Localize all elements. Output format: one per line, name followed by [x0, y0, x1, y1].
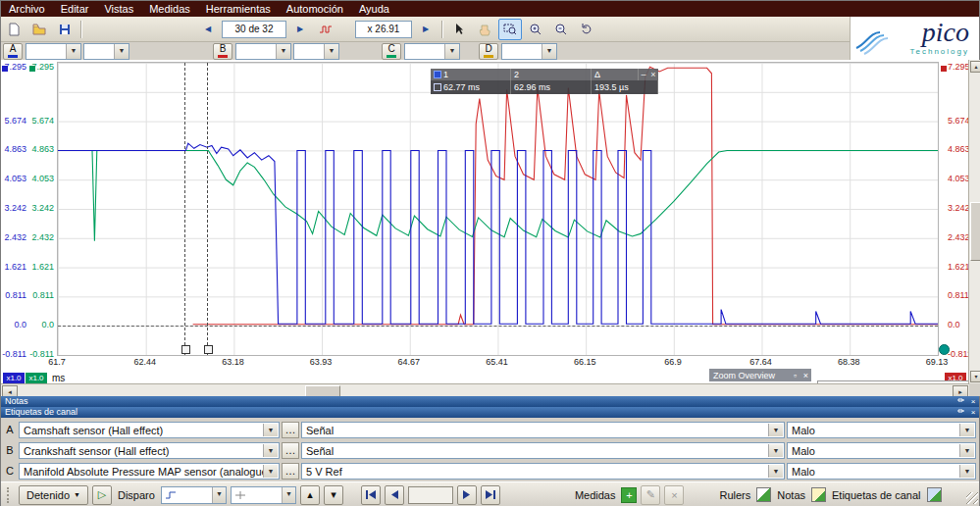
- channel-c-color-bar: [387, 55, 396, 58]
- vertical-scrollbar[interactable]: ▴ ▾: [968, 60, 980, 383]
- menu-item-vistas[interactable]: Vistas: [96, 2, 141, 16]
- channel-c-label: C: [387, 44, 394, 54]
- menu-item-herramientas[interactable]: Herramientas: [198, 2, 279, 16]
- menu-item-archivo[interactable]: Archivo: [1, 2, 53, 16]
- first-buffer-button[interactable]: [361, 485, 381, 505]
- new-document-button[interactable]: [2, 19, 26, 40]
- channel-d-button[interactable]: D: [479, 43, 498, 60]
- axis-marker-dot[interactable]: [939, 344, 950, 355]
- run-button[interactable]: ▷: [92, 485, 112, 505]
- status-dropdown[interactable]: Malo▼: [787, 463, 976, 480]
- buffer-next-button[interactable]: ▶: [288, 19, 312, 40]
- notes-pane-header[interactable]: Notas ×: [1, 396, 979, 407]
- pointer-tool-button[interactable]: [447, 19, 471, 40]
- menu-item-editar[interactable]: Editar: [53, 2, 97, 16]
- scroll-down-icon[interactable]: ▾: [970, 371, 980, 382]
- edit-measurement-button[interactable]: ✎: [641, 485, 660, 505]
- zoom-in-button[interactable]: [524, 19, 547, 40]
- zoom-level-input[interactable]: x 26.91: [355, 21, 412, 38]
- y-axis-label: 0.0: [948, 320, 960, 329]
- channel-c-range-dropdown[interactable]: ▼: [404, 43, 460, 60]
- previous-buffer-button[interactable]: [385, 485, 404, 505]
- close-icon[interactable]: ×: [967, 407, 979, 418]
- pin-icon[interactable]: [955, 407, 967, 418]
- pan-tool-button[interactable]: [473, 19, 496, 40]
- signal-type-dropdown[interactable]: Señal▼: [301, 442, 785, 459]
- menu-item-automocin[interactable]: Automoción: [279, 2, 351, 16]
- zoom-in-icon: [529, 23, 542, 36]
- window-resize-grip[interactable]: [966, 492, 978, 504]
- time-ruler-2[interactable]: [207, 63, 208, 355]
- sensor-name-dropdown[interactable]: Crankshaft sensor (Hall effect)▼: [19, 442, 280, 459]
- zoom-increase-button[interactable]: ▶: [414, 19, 438, 40]
- main-toolbar: ◀ 30 de 32 ▶ x 26.91 ▶: [1, 17, 851, 42]
- picoscope-window: ArchivoEditarVistasMedidasHerramientasAu…: [0, 0, 980, 506]
- zoom-overview-bar[interactable]: Zoom Overview ▫ ×: [709, 369, 811, 381]
- channel-a-coupling-dropdown[interactable]: ▼: [83, 43, 129, 60]
- stopped-button[interactable]: Detenido▼: [19, 485, 88, 505]
- trigger-mode-dropdown[interactable]: ▼: [161, 486, 227, 504]
- add-measurement-button[interactable]: +: [621, 487, 637, 503]
- channel-a-range-dropdown[interactable]: ▼: [26, 43, 81, 60]
- menu-item-ayuda[interactable]: Ayuda: [351, 2, 397, 16]
- time-ruler-2-handle[interactable]: [204, 345, 213, 354]
- rulers-icon[interactable]: [756, 487, 771, 502]
- scroll-up-icon[interactable]: ▴: [970, 61, 980, 73]
- x-axis-label: 64.67: [398, 357, 421, 367]
- next-buffer-button[interactable]: [457, 485, 477, 505]
- popout-icon[interactable]: ▫: [790, 371, 800, 380]
- open-file-button[interactable]: [27, 19, 51, 40]
- chevron-down-icon: ▼: [282, 487, 295, 503]
- scale-tag-blue[interactable]: x1.0: [3, 373, 25, 383]
- buffer-overview-button[interactable]: [314, 19, 337, 40]
- scope-plot[interactable]: 1 2 Δ – × 62.77 ms 62.96 ms 193.5 µs: [57, 62, 939, 356]
- delete-measurement-button[interactable]: ×: [664, 485, 684, 505]
- pointer-icon: [452, 23, 466, 36]
- trigger-level-up-button[interactable]: ▴: [300, 485, 320, 505]
- buffer-index-box[interactable]: [408, 486, 453, 504]
- vertical-scrollbar-thumb[interactable]: [970, 202, 980, 261]
- edit-label-button[interactable]: …: [282, 463, 299, 480]
- save-button[interactable]: [53, 19, 77, 40]
- scale-tag-green[interactable]: x1.0: [26, 373, 47, 383]
- channel-b-range-dropdown[interactable]: ▼: [235, 43, 291, 60]
- close-icon[interactable]: ×: [967, 396, 979, 407]
- signal-type-dropdown[interactable]: Señal▼: [301, 422, 785, 438]
- zoom-out-button[interactable]: [549, 19, 573, 40]
- time-ruler-1-handle[interactable]: [181, 345, 190, 354]
- trigger-source-dropdown[interactable]: ▼: [231, 486, 296, 504]
- zoom-undo-button[interactable]: [575, 19, 598, 40]
- trigger-level-down-button[interactable]: ▾: [324, 485, 343, 505]
- time-ruler-1[interactable]: [184, 63, 185, 355]
- close-icon[interactable]: ×: [648, 69, 658, 80]
- horizontal-scrollbar[interactable]: ◂ ▸: [1, 383, 969, 397]
- pin-icon[interactable]: [955, 396, 967, 407]
- y-axis-label: 5.674: [31, 116, 54, 126]
- status-dropdown[interactable]: Malo▼: [787, 442, 976, 459]
- buffer-previous-button[interactable]: ◀: [196, 19, 220, 40]
- minimize-icon[interactable]: –: [639, 69, 648, 80]
- channel-labels-icon[interactable]: [927, 487, 942, 502]
- close-icon[interactable]: ×: [800, 371, 811, 380]
- edit-label-button[interactable]: …: [282, 422, 299, 438]
- menu-item-medidas[interactable]: Medidas: [141, 2, 198, 16]
- row-channel-letter: B: [3, 440, 17, 460]
- notes-icon[interactable]: [811, 487, 826, 502]
- sensor-name-dropdown[interactable]: Manifold Absolute Pressure MAP sensor (a…: [19, 463, 280, 480]
- channel-d-range-dropdown[interactable]: ▼: [501, 43, 557, 60]
- edit-label-button[interactable]: …: [282, 442, 299, 459]
- chevron-down-icon: ▼: [212, 487, 226, 503]
- channel-labels-pane-header[interactable]: Etiquetas de canal ×: [1, 407, 979, 418]
- channel-c-button[interactable]: C: [382, 43, 401, 60]
- channel-b-coupling-dropdown[interactable]: ▼: [293, 43, 339, 60]
- ruler-legend-header: 1 2 Δ – ×: [431, 69, 658, 80]
- channel-b-button[interactable]: B: [213, 43, 232, 60]
- signal-type-dropdown[interactable]: 5 V Ref▼: [301, 463, 785, 480]
- last-buffer-button[interactable]: [481, 485, 500, 505]
- status-dropdown[interactable]: Malo▼: [787, 422, 976, 438]
- sensor-name-dropdown[interactable]: Camshaft sensor (Hall effect)▼: [19, 422, 280, 438]
- checkbox-icon[interactable]: [434, 83, 441, 91]
- ruler-legend[interactable]: 1 2 Δ – × 62.77 ms 62.96 ms 193.5 µs: [431, 69, 658, 94]
- marquee-zoom-tool-button[interactable]: [498, 19, 522, 40]
- channel-a-button[interactable]: A: [3, 43, 23, 60]
